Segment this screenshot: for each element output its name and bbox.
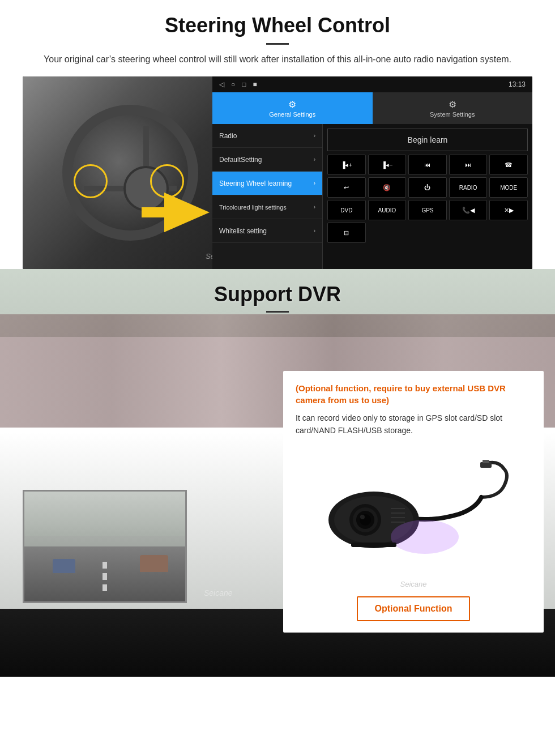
dvr-title-divider: [266, 311, 289, 313]
ctrl-audio[interactable]: AUDIO: [368, 200, 407, 220]
menu-item-tricolour[interactable]: Tricoloured light settings ›: [212, 195, 322, 219]
dvr-camera-image: [296, 446, 531, 571]
ctrl-power[interactable]: ⏻: [408, 177, 447, 198]
page-title: Steering Wheel Control: [23, 14, 532, 37]
ctrl-phone[interactable]: ☎: [489, 155, 528, 175]
menu-list: Radio › DefaultSetting › Steering Wheel …: [212, 124, 323, 269]
optional-fn-container: Optional Function: [296, 596, 531, 621]
ctrl-gps[interactable]: GPS: [408, 200, 447, 220]
sw-spoke-top: [143, 126, 149, 166]
control-buttons-grid: ▐◂+ ▐◂− ⏮ ⏭ ☎ ↩ 🔇 ⏻ RADIO MODE DVD AUDIO: [327, 155, 528, 243]
menu-item-steering[interactable]: Steering Wheel learning ›: [212, 172, 322, 195]
ctrl-back[interactable]: ↩: [327, 177, 366, 198]
menu-item-radio[interactable]: Radio ›: [212, 124, 322, 148]
screenshot-car1: [53, 559, 75, 573]
chevron-right-icon2: ›: [314, 156, 315, 163]
status-icons: ◁ ○ □ ■: [219, 80, 257, 88]
ctrl-phone-prev[interactable]: 📞◀: [449, 200, 488, 220]
dvr-title: Support DVR: [0, 283, 555, 306]
svg-point-8: [360, 515, 365, 519]
menu-item-whitelist[interactable]: Whitelist setting ›: [212, 219, 322, 243]
dvr-section: Support DVR (Optional function, require …: [0, 269, 555, 677]
chevron-right-icon: ›: [314, 133, 315, 139]
menu-steering-label: Steering Wheel learning: [219, 180, 292, 187]
sw-circle-left: [74, 164, 108, 198]
dvr-camera-svg: [311, 452, 515, 565]
menu-icon: ■: [253, 80, 257, 88]
ctrl-next-track[interactable]: ⏭: [449, 155, 488, 175]
begin-learn-button[interactable]: Begin learn: [327, 129, 528, 151]
main-area: Radio › DefaultSetting › Steering Wheel …: [212, 124, 532, 269]
svg-point-13: [391, 520, 459, 554]
dvr-description: It can record video only to storage in G…: [296, 412, 531, 437]
dvr-title-container: Support DVR: [0, 269, 555, 321]
settings-tabs: ⚙ General Settings ⚙ System Settings: [212, 92, 532, 124]
svg-rect-1: [483, 460, 489, 463]
car-image: Seicane: [23, 76, 238, 269]
ctrl-prev-track[interactable]: ⏮: [408, 155, 447, 175]
subtitle-text: Your original car’s steering wheel contr…: [23, 53, 532, 66]
menu-item-default[interactable]: DefaultSetting ›: [212, 148, 322, 172]
car-ui-composite: Seicane ◁ ○ □ ■ 13:13 ⚙ General Settings: [23, 76, 532, 269]
dvr-info-box: (Optional function, require to buy exter…: [283, 371, 544, 633]
ctrl-vol-down[interactable]: ▐◂−: [368, 155, 407, 175]
ctrl-phone-next[interactable]: ✕▶: [489, 200, 528, 220]
optional-function-button[interactable]: Optional Function: [357, 596, 470, 621]
content-area: Begin learn ▐◂+ ▐◂− ⏮ ⏭ ☎ ↩ 🔇 ⏻ RADIO MO…: [323, 124, 532, 269]
ctrl-extra[interactable]: ⊟: [327, 223, 366, 243]
android-ui-panel: ◁ ○ □ ■ 13:13 ⚙ General Settings ⚙ Syste…: [212, 76, 532, 269]
gear-icon: ⚙: [288, 99, 296, 110]
arrow-indicator: [142, 190, 210, 235]
watermark-dvr: Seicane: [204, 588, 233, 597]
screenshot-car2: [140, 555, 168, 572]
arrow-head: [164, 193, 210, 232]
dvr-optional-text: (Optional function, require to buy exter…: [296, 382, 531, 406]
chevron-right-icon4: ›: [314, 204, 315, 210]
menu-radio-label: Radio: [219, 132, 237, 140]
screenshot-sky: [24, 492, 185, 546]
chevron-right-icon3: ›: [314, 180, 315, 186]
ctrl-radio[interactable]: RADIO: [449, 177, 488, 198]
svg-rect-14: [351, 543, 396, 547]
ctrl-dvd[interactable]: DVD: [327, 200, 366, 220]
dvr-road-screenshot: [23, 490, 187, 603]
back-icon: ◁: [219, 80, 224, 88]
tab-system-label: System Settings: [430, 111, 475, 118]
tab-system-settings[interactable]: ⚙ System Settings: [373, 92, 533, 124]
menu-default-label: DefaultSetting: [219, 156, 262, 164]
menu-tricolour-label: Tricoloured light settings: [219, 204, 287, 211]
home-icon: ○: [231, 80, 235, 88]
ctrl-mute[interactable]: 🔇: [368, 177, 407, 198]
tab-general-label: General Settings: [269, 111, 315, 118]
tab-general-settings[interactable]: ⚙ General Settings: [212, 92, 373, 124]
title-divider: [266, 43, 289, 45]
menu-whitelist-label: Whitelist setting: [219, 227, 267, 235]
recents-icon: □: [242, 80, 246, 88]
chevron-right-icon5: ›: [314, 228, 315, 234]
ctrl-vol-up[interactable]: ▐◂+: [327, 155, 366, 175]
screenshot-road-lines: [103, 562, 107, 596]
steering-wheel-section: Steering Wheel Control Your original car…: [0, 0, 555, 269]
system-icon: ⚙: [449, 99, 456, 110]
status-time: 13:13: [509, 80, 526, 88]
ctrl-mode[interactable]: MODE: [489, 177, 528, 198]
status-bar: ◁ ○ □ ■ 13:13: [212, 76, 532, 92]
dvr-watermark: Seicane: [296, 580, 531, 588]
